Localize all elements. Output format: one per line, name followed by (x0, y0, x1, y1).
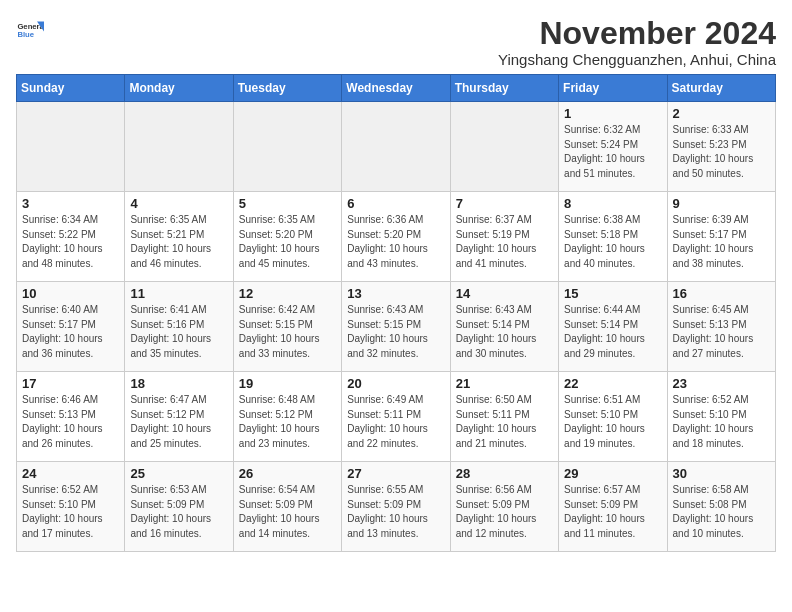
calendar-cell: 1Sunrise: 6:32 AM Sunset: 5:24 PM Daylig… (559, 102, 667, 192)
calendar-cell: 9Sunrise: 6:39 AM Sunset: 5:17 PM Daylig… (667, 192, 775, 282)
day-info: Sunrise: 6:32 AM Sunset: 5:24 PM Dayligh… (564, 123, 661, 181)
calendar-week-row: 10Sunrise: 6:40 AM Sunset: 5:17 PM Dayli… (17, 282, 776, 372)
weekday-header: Wednesday (342, 75, 450, 102)
day-info: Sunrise: 6:51 AM Sunset: 5:10 PM Dayligh… (564, 393, 661, 451)
day-number: 19 (239, 376, 336, 391)
calendar-week-row: 17Sunrise: 6:46 AM Sunset: 5:13 PM Dayli… (17, 372, 776, 462)
day-number: 23 (673, 376, 770, 391)
calendar-cell: 20Sunrise: 6:49 AM Sunset: 5:11 PM Dayli… (342, 372, 450, 462)
calendar-cell: 14Sunrise: 6:43 AM Sunset: 5:14 PM Dayli… (450, 282, 558, 372)
day-info: Sunrise: 6:37 AM Sunset: 5:19 PM Dayligh… (456, 213, 553, 271)
day-info: Sunrise: 6:43 AM Sunset: 5:14 PM Dayligh… (456, 303, 553, 361)
calendar-table: SundayMondayTuesdayWednesdayThursdayFrid… (16, 74, 776, 552)
day-info: Sunrise: 6:44 AM Sunset: 5:14 PM Dayligh… (564, 303, 661, 361)
day-number: 8 (564, 196, 661, 211)
day-number: 10 (22, 286, 119, 301)
day-info: Sunrise: 6:35 AM Sunset: 5:20 PM Dayligh… (239, 213, 336, 271)
day-info: Sunrise: 6:39 AM Sunset: 5:17 PM Dayligh… (673, 213, 770, 271)
day-number: 2 (673, 106, 770, 121)
weekday-header: Sunday (17, 75, 125, 102)
calendar-cell: 8Sunrise: 6:38 AM Sunset: 5:18 PM Daylig… (559, 192, 667, 282)
weekday-header: Monday (125, 75, 233, 102)
day-number: 15 (564, 286, 661, 301)
day-info: Sunrise: 6:43 AM Sunset: 5:15 PM Dayligh… (347, 303, 444, 361)
day-number: 5 (239, 196, 336, 211)
day-info: Sunrise: 6:46 AM Sunset: 5:13 PM Dayligh… (22, 393, 119, 451)
weekday-header: Friday (559, 75, 667, 102)
calendar-cell: 25Sunrise: 6:53 AM Sunset: 5:09 PM Dayli… (125, 462, 233, 552)
day-info: Sunrise: 6:52 AM Sunset: 5:10 PM Dayligh… (22, 483, 119, 541)
logo-icon: General Blue (16, 16, 44, 44)
calendar-cell: 26Sunrise: 6:54 AM Sunset: 5:09 PM Dayli… (233, 462, 341, 552)
day-number: 13 (347, 286, 444, 301)
calendar-cell: 23Sunrise: 6:52 AM Sunset: 5:10 PM Dayli… (667, 372, 775, 462)
day-number: 28 (456, 466, 553, 481)
calendar-cell: 29Sunrise: 6:57 AM Sunset: 5:09 PM Dayli… (559, 462, 667, 552)
calendar-cell (17, 102, 125, 192)
day-number: 14 (456, 286, 553, 301)
day-number: 29 (564, 466, 661, 481)
day-number: 12 (239, 286, 336, 301)
day-info: Sunrise: 6:47 AM Sunset: 5:12 PM Dayligh… (130, 393, 227, 451)
day-info: Sunrise: 6:48 AM Sunset: 5:12 PM Dayligh… (239, 393, 336, 451)
day-info: Sunrise: 6:36 AM Sunset: 5:20 PM Dayligh… (347, 213, 444, 271)
title-block: November 2024 Yingshang Chengguanzhen, A… (498, 16, 776, 68)
day-info: Sunrise: 6:57 AM Sunset: 5:09 PM Dayligh… (564, 483, 661, 541)
day-info: Sunrise: 6:41 AM Sunset: 5:16 PM Dayligh… (130, 303, 227, 361)
calendar-cell: 5Sunrise: 6:35 AM Sunset: 5:20 PM Daylig… (233, 192, 341, 282)
calendar-cell: 13Sunrise: 6:43 AM Sunset: 5:15 PM Dayli… (342, 282, 450, 372)
day-number: 11 (130, 286, 227, 301)
day-number: 6 (347, 196, 444, 211)
calendar-header-row: SundayMondayTuesdayWednesdayThursdayFrid… (17, 75, 776, 102)
calendar-cell: 15Sunrise: 6:44 AM Sunset: 5:14 PM Dayli… (559, 282, 667, 372)
calendar-cell: 7Sunrise: 6:37 AM Sunset: 5:19 PM Daylig… (450, 192, 558, 282)
calendar-cell: 12Sunrise: 6:42 AM Sunset: 5:15 PM Dayli… (233, 282, 341, 372)
calendar-week-row: 1Sunrise: 6:32 AM Sunset: 5:24 PM Daylig… (17, 102, 776, 192)
weekday-header: Thursday (450, 75, 558, 102)
day-info: Sunrise: 6:52 AM Sunset: 5:10 PM Dayligh… (673, 393, 770, 451)
day-number: 22 (564, 376, 661, 391)
calendar-cell: 21Sunrise: 6:50 AM Sunset: 5:11 PM Dayli… (450, 372, 558, 462)
calendar-cell: 22Sunrise: 6:51 AM Sunset: 5:10 PM Dayli… (559, 372, 667, 462)
day-number: 21 (456, 376, 553, 391)
weekday-header: Saturday (667, 75, 775, 102)
calendar-cell: 4Sunrise: 6:35 AM Sunset: 5:21 PM Daylig… (125, 192, 233, 282)
calendar-cell (450, 102, 558, 192)
day-info: Sunrise: 6:49 AM Sunset: 5:11 PM Dayligh… (347, 393, 444, 451)
day-number: 30 (673, 466, 770, 481)
calendar-week-row: 3Sunrise: 6:34 AM Sunset: 5:22 PM Daylig… (17, 192, 776, 282)
day-number: 20 (347, 376, 444, 391)
day-info: Sunrise: 6:45 AM Sunset: 5:13 PM Dayligh… (673, 303, 770, 361)
calendar-cell: 3Sunrise: 6:34 AM Sunset: 5:22 PM Daylig… (17, 192, 125, 282)
page-header: General Blue November 2024 Yingshang Che… (16, 16, 776, 68)
calendar-cell (342, 102, 450, 192)
day-number: 16 (673, 286, 770, 301)
day-info: Sunrise: 6:56 AM Sunset: 5:09 PM Dayligh… (456, 483, 553, 541)
main-title: November 2024 (498, 16, 776, 51)
calendar-cell: 30Sunrise: 6:58 AM Sunset: 5:08 PM Dayli… (667, 462, 775, 552)
calendar-cell: 18Sunrise: 6:47 AM Sunset: 5:12 PM Dayli… (125, 372, 233, 462)
day-info: Sunrise: 6:55 AM Sunset: 5:09 PM Dayligh… (347, 483, 444, 541)
day-info: Sunrise: 6:34 AM Sunset: 5:22 PM Dayligh… (22, 213, 119, 271)
svg-text:Blue: Blue (17, 30, 34, 39)
calendar-cell (125, 102, 233, 192)
day-number: 4 (130, 196, 227, 211)
subtitle: Yingshang Chengguanzhen, Anhui, China (498, 51, 776, 68)
day-info: Sunrise: 6:54 AM Sunset: 5:09 PM Dayligh… (239, 483, 336, 541)
calendar-cell (233, 102, 341, 192)
day-number: 27 (347, 466, 444, 481)
day-info: Sunrise: 6:33 AM Sunset: 5:23 PM Dayligh… (673, 123, 770, 181)
calendar-cell: 24Sunrise: 6:52 AM Sunset: 5:10 PM Dayli… (17, 462, 125, 552)
day-info: Sunrise: 6:53 AM Sunset: 5:09 PM Dayligh… (130, 483, 227, 541)
calendar-cell: 17Sunrise: 6:46 AM Sunset: 5:13 PM Dayli… (17, 372, 125, 462)
day-number: 3 (22, 196, 119, 211)
day-number: 18 (130, 376, 227, 391)
logo: General Blue (16, 16, 44, 44)
day-info: Sunrise: 6:35 AM Sunset: 5:21 PM Dayligh… (130, 213, 227, 271)
day-number: 1 (564, 106, 661, 121)
calendar-cell: 27Sunrise: 6:55 AM Sunset: 5:09 PM Dayli… (342, 462, 450, 552)
calendar-cell: 2Sunrise: 6:33 AM Sunset: 5:23 PM Daylig… (667, 102, 775, 192)
day-number: 26 (239, 466, 336, 481)
calendar-week-row: 24Sunrise: 6:52 AM Sunset: 5:10 PM Dayli… (17, 462, 776, 552)
calendar-cell: 19Sunrise: 6:48 AM Sunset: 5:12 PM Dayli… (233, 372, 341, 462)
